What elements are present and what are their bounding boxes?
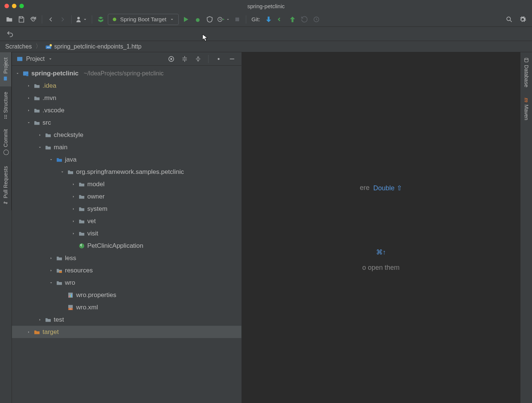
undo-button[interactable]: [5, 29, 15, 39]
xml-icon: <>: [67, 305, 74, 310]
hide-pane-button[interactable]: [227, 54, 237, 64]
class-icon: [78, 243, 85, 249]
tree-node[interactable]: wro.properties: [12, 289, 241, 301]
breadcrumb-scratches[interactable]: Scratches: [5, 43, 32, 50]
tree-node[interactable]: java: [12, 153, 241, 166]
project-view-icon: [16, 56, 23, 62]
breadcrumb-file[interactable]: API spring_petclinic-endpoints_1.http: [45, 43, 141, 50]
tool-tab-pull-requests[interactable]: ⇋ Pull Requests: [0, 161, 12, 210]
tool-tab-commit[interactable]: ◯ Commit: [0, 124, 12, 160]
tree-node[interactable]: resources: [12, 264, 241, 277]
tree-node-label: main: [54, 144, 68, 151]
minimize-window-button[interactable]: [12, 4, 16, 8]
collapse-all-button[interactable]: [193, 54, 203, 64]
back-button[interactable]: [46, 15, 56, 24]
tree-node[interactable]: <>wro.xml: [12, 301, 241, 313]
build-button[interactable]: [96, 15, 106, 24]
chevron-right-icon[interactable]: [71, 219, 76, 223]
chevron-down-icon[interactable]: [26, 121, 31, 125]
tool-tab-database[interactable]: Database: [520, 52, 532, 93]
chevron-right-icon[interactable]: [37, 133, 43, 137]
tool-tab-maven[interactable]: m Maven: [520, 93, 532, 125]
chevron-right-icon[interactable]: [26, 109, 31, 112]
svg-point-2: [196, 18, 200, 22]
chevron-right-icon[interactable]: [71, 195, 76, 199]
code-with-me-button[interactable]: [75, 15, 88, 24]
tree-node[interactable]: org.springframework.samples.petclinic: [12, 166, 241, 178]
tree-node[interactable]: vet: [12, 215, 241, 227]
tree-node[interactable]: checkstyle: [12, 129, 241, 141]
svg-rect-18: [59, 271, 62, 273]
chevron-right-icon[interactable]: [71, 182, 76, 186]
package-icon: [78, 182, 85, 187]
coverage-button[interactable]: [205, 15, 215, 24]
tree-node[interactable]: .idea: [12, 79, 241, 92]
close-window-button[interactable]: [4, 4, 9, 8]
chevron-right-icon[interactable]: [48, 256, 54, 260]
chevron-right-icon[interactable]: [48, 269, 54, 272]
package-icon: [67, 169, 74, 175]
folder-icon: [45, 317, 51, 322]
update-project-button[interactable]: [264, 15, 273, 24]
tree-node[interactable]: wro: [12, 277, 241, 289]
tree-node-label: .mvn: [43, 94, 56, 102]
debug-button[interactable]: [193, 15, 203, 24]
chevron-right-icon[interactable]: [26, 330, 31, 334]
chevron-down-icon[interactable]: [48, 281, 54, 285]
chevron-down-icon[interactable]: [15, 72, 20, 75]
chevron-right-icon[interactable]: [26, 84, 31, 88]
tree-node[interactable]: src: [12, 116, 241, 129]
tree-node[interactable]: less: [12, 252, 241, 264]
editor-hint: ere Double ⇧: [360, 184, 402, 192]
reload-button[interactable]: [28, 15, 38, 24]
tree-node[interactable]: system: [12, 203, 241, 215]
chevron-down-icon[interactable]: [48, 56, 53, 62]
run-button[interactable]: [181, 15, 191, 24]
chevron-right-icon[interactable]: [71, 232, 76, 235]
save-all-button[interactable]: [16, 15, 26, 24]
tree-node-label: visit: [87, 230, 98, 237]
tree-node[interactable]: target: [12, 326, 241, 338]
folder-dim-icon: [34, 83, 40, 88]
tree-node[interactable]: visit: [12, 227, 241, 240]
project-pane-title[interactable]: Project: [26, 56, 45, 62]
tree-root[interactable]: spring-petclinic ~/IdeaProjects/spring-p…: [12, 67, 241, 79]
select-opened-file-button[interactable]: [166, 54, 176, 64]
show-history-button[interactable]: [300, 15, 309, 24]
zoom-window-button[interactable]: [19, 4, 24, 8]
chevron-down-icon[interactable]: [60, 170, 65, 174]
folder-orange-icon: [34, 329, 40, 335]
search-everywhere-button[interactable]: [504, 15, 514, 24]
chevron-right-icon[interactable]: [26, 96, 31, 100]
stop-button[interactable]: [232, 15, 242, 24]
run-configuration-selector[interactable]: Spring Boot Target: [108, 14, 179, 25]
expand-all-button[interactable]: [180, 54, 190, 64]
chevron-right-icon[interactable]: [37, 318, 43, 322]
window-title: spring-petclinic: [247, 3, 285, 9]
tree-node[interactable]: PetClinicApplication: [12, 240, 241, 252]
chevron-down-icon[interactable]: [37, 146, 43, 149]
tree-node[interactable]: model: [12, 178, 241, 190]
push-button[interactable]: [288, 15, 297, 24]
tree-node[interactable]: .vscode: [12, 104, 241, 116]
chevron-right-icon[interactable]: [71, 207, 76, 211]
open-file-button[interactable]: [4, 15, 14, 24]
forward-button[interactable]: [58, 15, 68, 24]
tree-node-label: owner: [87, 193, 104, 200]
project-tree[interactable]: spring-petclinic ~/IdeaProjects/spring-p…: [12, 66, 241, 403]
tool-tab-project[interactable]: Project: [0, 52, 12, 87]
tool-tab-structure[interactable]: ⠿ Structure: [0, 87, 12, 124]
tree-node[interactable]: owner: [12, 190, 241, 203]
search-everywhere-link[interactable]: Double ⇧: [373, 184, 402, 192]
folder-icon: [34, 120, 40, 125]
commit-button[interactable]: [276, 15, 285, 24]
settings-button[interactable]: [518, 15, 528, 24]
tree-node[interactable]: test: [12, 313, 241, 326]
tree-node[interactable]: main: [12, 141, 241, 153]
pane-settings-button[interactable]: [214, 54, 223, 64]
resources-icon: [56, 268, 63, 273]
rollback-button[interactable]: [312, 15, 321, 24]
profile-button[interactable]: [217, 15, 230, 24]
chevron-down-icon[interactable]: [48, 158, 54, 162]
tree-node[interactable]: .mvn: [12, 92, 241, 104]
